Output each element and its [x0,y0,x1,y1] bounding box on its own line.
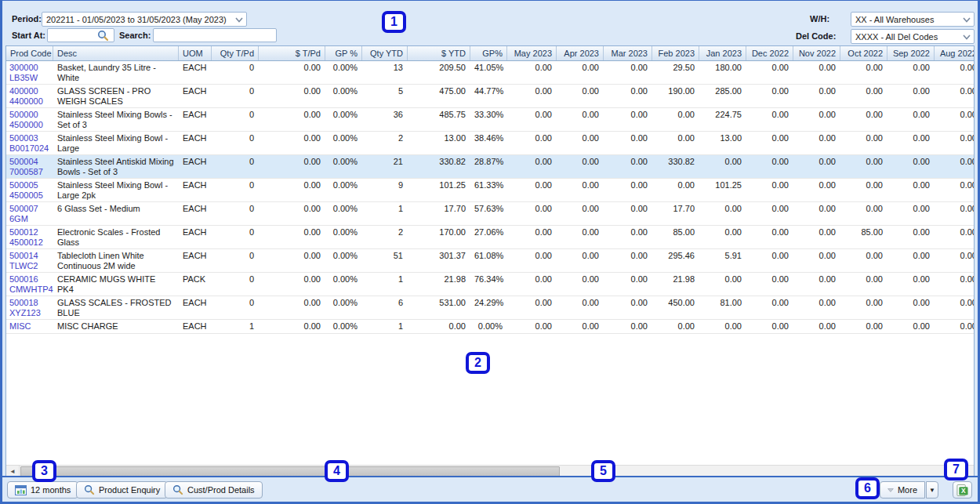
table-cell: 0.00 [652,108,699,131]
table-row[interactable]: 500003B0017024Stainless Steel Mixing Bow… [6,132,974,155]
table-cell: 0.00 [840,85,887,107]
table-cell: 0.00 [259,249,325,272]
table-cell: 0.00 [259,61,325,84]
table-cell: EACH [179,249,212,272]
table-cell: 0.00 [699,155,746,178]
table-cell: 0.00% [325,296,362,319]
prod-code-link[interactable]: 500014TLWC2 [6,249,53,272]
table-cell: 0.00 [507,61,557,84]
column-header[interactable]: Sep 2022 [887,46,935,60]
column-header[interactable]: Apr 2023 [557,46,604,60]
period-select[interactable]: 202211 - 01/05/2023 to 31/05/2023 (May 2… [42,12,247,27]
column-header[interactable]: GP % [325,46,362,60]
prod-code-link[interactable]: 500018XYZ123 [6,296,53,319]
table-cell: 0.00 [746,61,793,84]
table-cell: 1 [362,202,408,225]
table-row[interactable]: 500018XYZ123GLASS SCALES - FROSTED BLUEE… [6,296,974,320]
table-cell: 0.00 [793,226,840,248]
table-cell: EACH [179,226,212,248]
table-cell: 0.00 [604,296,652,319]
prod-code-link[interactable]: 5000076GM [6,202,53,225]
table-row[interactable]: 4000004400000GLASS SCREEN - PRO WEIGH SC… [6,85,974,108]
table-cell: 0.00 [793,155,840,178]
table-row[interactable]: 300000LB35WBasket, Laundry 35 Litre - Wh… [6,61,974,85]
product-enquiry-button[interactable]: Product Enquiry [76,481,168,499]
table-cell: 0.00 [840,108,887,131]
table-cell: 0 [212,155,259,178]
column-header[interactable]: Oct 2022 [840,46,887,60]
column-header[interactable]: Feb 2023 [652,46,699,60]
more-label: More [898,485,917,495]
search-input[interactable] [153,28,277,42]
table-cell: 44.77% [470,85,507,107]
column-header[interactable]: Nov 2022 [793,46,840,60]
top-toolbar: Period: 202211 - 01/05/2023 to 31/05/202… [2,1,978,45]
annotation-badge-6: 6 [855,477,880,499]
table-cell: 190.00 [652,85,699,107]
table-cell: 1 [362,320,408,333]
search-icon[interactable] [97,30,109,42]
period-value: 202211 - 01/05/2023 to 31/05/2023 (May 2… [46,15,227,24]
table-cell: 76.34% [470,273,507,296]
table-row[interactable]: 5000054500005Stainless Steel Mixing Bowl… [6,179,974,202]
table-row[interactable]: 5000047000587Stainless Steel Antiskid Mi… [6,155,974,179]
table-cell: 0.00 [604,202,652,225]
prod-code-link[interactable]: 300000LB35W [6,61,53,84]
column-header[interactable]: Qty T/Pd [212,46,259,60]
more-button[interactable]: More [880,481,925,499]
warehouse-select[interactable]: XX - All Warehouses [851,12,975,27]
cust-prod-details-button[interactable]: Cust/Prod Details [165,481,263,499]
column-header[interactable]: Mar 2023 [604,46,652,60]
prod-code-link[interactable]: 5000004500000 [6,108,53,131]
table-cell: 6 [362,296,408,319]
table-cell: 0.00 [887,226,935,248]
table-cell: 28.87% [470,155,507,178]
table-row[interactable]: 5000124500012Electronic Scales - Frosted… [6,226,974,249]
table-row[interactable]: 5000004500000Stainless Steel Mixing Bowl… [6,108,974,132]
table-cell: 0.00 [507,273,557,296]
column-header[interactable]: $ YTD [408,46,470,60]
table-row[interactable]: 5000076GM6 Glass Set - MediumEACH00.000.… [6,202,974,226]
more-dropdown-arrow-button[interactable]: ▼ [926,481,938,499]
prod-code-link[interactable]: 500016CMWHTP4 [6,273,53,296]
column-header[interactable]: May 2023 [507,46,557,60]
prod-code-link[interactable]: 500003B0017024 [6,132,53,154]
prod-code-link[interactable]: 5000047000587 [6,155,53,178]
table-cell: 9 [362,179,408,201]
del-code-select[interactable]: XXXX - All Del Codes [851,29,975,44]
del-code-value: XXXX - All Del Codes [855,32,938,42]
column-header[interactable]: $ T/Pd [259,46,325,60]
table-cell: 17.70 [652,202,699,225]
table-cell: EACH [179,296,212,319]
column-header[interactable]: Dec 2022 [746,46,793,60]
table-row[interactable]: MISCMISC CHARGEEACH10.000.00%10.000.00%0… [6,320,974,334]
table-cell: 0.00 [793,132,840,154]
column-header[interactable]: GP% [470,46,507,60]
table-cell: 0.00 [557,320,604,333]
twelve-months-button[interactable]: 12 months [7,481,78,499]
table-cell: 0.00 [557,132,604,154]
table-row[interactable]: 500014TLWC2Tablecloth Linen White Contin… [6,249,974,273]
table-cell: 485.75 [408,108,470,131]
magnifier-icon [172,484,183,495]
column-header[interactable]: Qty YTD [362,46,408,60]
prod-code-link[interactable]: 5000124500012 [6,226,53,248]
table-cell: 0.00% [325,273,362,296]
prod-code-link[interactable]: MISC [6,320,53,333]
prod-code-link[interactable]: 5000054500005 [6,179,53,201]
table-cell: 180.00 [699,61,746,84]
column-header[interactable]: Prod Code [6,46,53,60]
table-cell: 33.30% [470,108,507,131]
prod-code-link[interactable]: 4000004400000 [6,85,53,107]
table-row[interactable]: 500016CMWHTP4CERAMIC MUGS WHITE PK4PACK0… [6,273,974,296]
export-excel-button[interactable]: X [953,481,972,499]
table-cell: EACH [179,61,212,84]
column-header[interactable]: Jan 2023 [699,46,746,60]
column-header[interactable]: Desc [53,46,179,60]
table-cell: CERAMIC MUGS WHITE PK4 [53,273,179,296]
column-header[interactable]: UOM [179,46,212,60]
table-cell: EACH [179,179,212,201]
table-cell: PACK [179,273,212,296]
column-header[interactable]: Aug 2022 [935,46,975,60]
table-cell: 0.00 [507,85,557,107]
